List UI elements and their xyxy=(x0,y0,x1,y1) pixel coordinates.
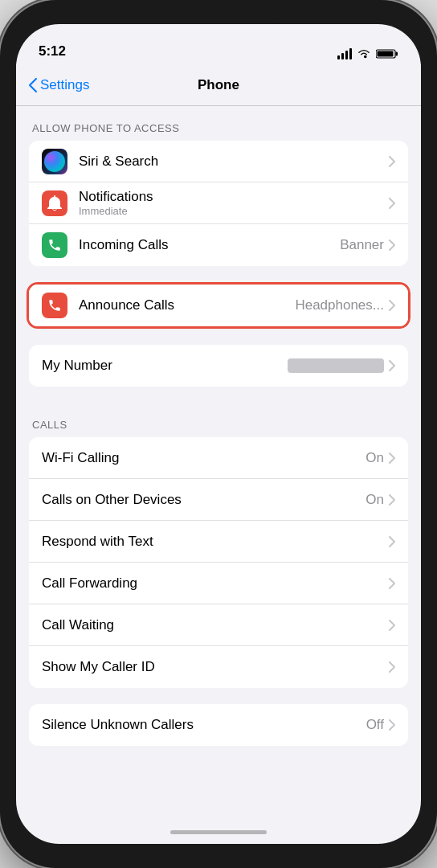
caller-id-text: Show My Caller ID xyxy=(42,659,389,675)
incoming-calls-label: Incoming Calls xyxy=(79,237,340,253)
announce-calls-label: Announce Calls xyxy=(79,297,295,313)
svg-rect-5 xyxy=(396,52,398,56)
status-icons xyxy=(337,48,398,59)
notifications-label: Notifications xyxy=(79,189,389,205)
phone-icon xyxy=(47,238,62,252)
calls-other-devices-text: Calls on Other Devices xyxy=(42,492,366,508)
silence-unknown-label: Silence Unknown Callers xyxy=(42,717,366,733)
incoming-calls-item[interactable]: Incoming Calls Banner xyxy=(29,224,408,266)
my-number-item[interactable]: My Number xyxy=(29,345,408,387)
caller-id-item[interactable]: Show My Caller ID xyxy=(29,646,408,688)
wifi-icon xyxy=(357,48,371,59)
call-forwarding-text: Call Forwarding xyxy=(42,575,389,592)
section-header-calls: CALLS xyxy=(16,403,421,437)
siri-search-label: Siri & Search xyxy=(79,154,389,170)
call-forwarding-item[interactable]: Call Forwarding xyxy=(29,563,408,604)
wifi-calling-item[interactable]: Wi-Fi Calling On xyxy=(29,437,408,479)
respond-text-item[interactable]: Respond with Text xyxy=(29,521,408,563)
call-forwarding-chevron-icon xyxy=(389,578,395,589)
my-number-chevron-icon xyxy=(389,360,395,371)
back-button[interactable]: Settings xyxy=(29,77,89,93)
notifications-icon xyxy=(42,190,67,216)
svg-rect-2 xyxy=(345,51,348,59)
page-title: Phone xyxy=(198,77,239,93)
announce-calls-text: Announce Calls xyxy=(79,297,295,313)
nav-bar: Settings Phone xyxy=(16,64,421,106)
silence-unknown-text: Silence Unknown Callers xyxy=(42,717,366,733)
wifi-calling-value: On xyxy=(366,450,384,466)
siri-icon xyxy=(42,149,67,174)
siri-search-item[interactable]: Siri & Search xyxy=(29,141,408,182)
announce-phone-icon xyxy=(47,298,62,313)
respond-text-text: Respond with Text xyxy=(42,534,389,550)
siri-icon-inner xyxy=(44,151,65,172)
content-scroll[interactable]: ALLOW PHONE TO ACCESS Siri & Search xyxy=(16,106,421,825)
calls-other-devices-item[interactable]: Calls on Other Devices On xyxy=(29,479,408,521)
siri-chevron-icon xyxy=(389,156,395,167)
respond-text-chevron-icon xyxy=(389,536,395,547)
notifications-sublabel: Immediate xyxy=(79,205,389,217)
siri-search-text: Siri & Search xyxy=(79,154,389,170)
calls-other-devices-label: Calls on Other Devices xyxy=(42,492,366,508)
status-time: 5:12 xyxy=(39,43,66,59)
respond-text-label: Respond with Text xyxy=(42,534,389,550)
call-forwarding-label: Call Forwarding xyxy=(42,575,389,592)
status-bar: 5:12 xyxy=(16,24,421,64)
svg-rect-1 xyxy=(341,53,344,59)
call-waiting-chevron-icon xyxy=(389,620,395,631)
notifications-chevron-icon xyxy=(389,198,395,209)
incoming-calls-icon xyxy=(42,232,67,258)
home-indicator xyxy=(170,830,267,834)
announce-calls-icon xyxy=(42,293,67,318)
silence-unknown-item[interactable]: Silence Unknown Callers Off xyxy=(29,704,408,746)
back-chevron-icon xyxy=(29,78,37,92)
call-waiting-text: Call Waiting xyxy=(42,617,389,633)
my-number-value-blurred xyxy=(288,358,384,373)
calls-other-devices-chevron-icon xyxy=(389,494,395,506)
calls-other-devices-value: On xyxy=(366,492,384,508)
incoming-calls-value: Banner xyxy=(340,237,384,253)
incoming-calls-text: Incoming Calls xyxy=(79,237,340,253)
silence-unknown-chevron-icon xyxy=(389,719,395,731)
home-indicator-bar xyxy=(16,825,421,844)
silence-unknown-group: Silence Unknown Callers Off xyxy=(29,704,408,746)
call-waiting-label: Call Waiting xyxy=(42,617,389,633)
signal-icon xyxy=(337,48,352,59)
my-number-text: My Number xyxy=(42,358,288,374)
wifi-calling-chevron-icon xyxy=(389,452,395,464)
caller-id-chevron-icon xyxy=(389,661,395,673)
wifi-calling-label: Wi-Fi Calling xyxy=(42,450,366,466)
announce-calls-group: Announce Calls Headphones... xyxy=(27,282,410,329)
caller-id-label: Show My Caller ID xyxy=(42,659,389,675)
svg-rect-0 xyxy=(337,55,340,59)
my-number-label: My Number xyxy=(42,358,288,374)
announce-calls-value: Headphones... xyxy=(295,297,384,313)
notch xyxy=(154,0,283,24)
silence-unknown-value: Off xyxy=(366,717,384,733)
incoming-calls-chevron-icon xyxy=(389,240,395,251)
bell-icon xyxy=(47,195,62,211)
wifi-calling-text: Wi-Fi Calling xyxy=(42,450,366,466)
announce-calls-item[interactable]: Announce Calls Headphones... xyxy=(29,285,408,326)
announce-calls-chevron-icon xyxy=(389,300,395,311)
notifications-text: Notifications Immediate xyxy=(79,189,389,217)
phone-frame: 5:12 xyxy=(0,0,437,868)
svg-rect-6 xyxy=(378,51,394,57)
section-header-access: ALLOW PHONE TO ACCESS xyxy=(16,106,421,141)
access-list-group: Siri & Search Notificatio xyxy=(29,141,408,266)
battery-icon xyxy=(376,48,398,59)
my-number-group: My Number xyxy=(29,345,408,387)
notifications-item[interactable]: Notifications Immediate xyxy=(29,182,408,224)
call-waiting-item[interactable]: Call Waiting xyxy=(29,604,408,646)
calls-list-group: Wi-Fi Calling On Calls on Other Devices … xyxy=(29,437,408,688)
svg-rect-3 xyxy=(349,48,352,59)
screen: 5:12 xyxy=(16,24,421,844)
